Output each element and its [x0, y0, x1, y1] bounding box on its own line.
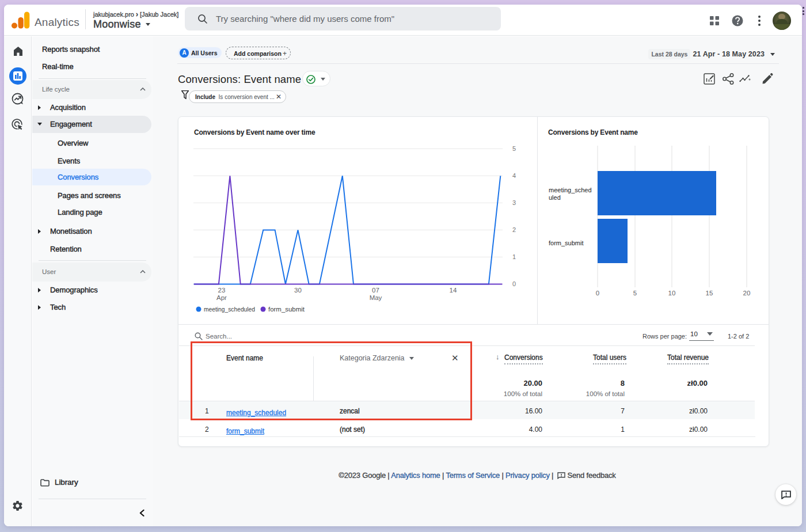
svg-text:3: 3 — [512, 199, 516, 206]
svg-text:30: 30 — [294, 287, 302, 294]
svg-text:5: 5 — [512, 145, 516, 152]
svg-text:meeting_scheduled: meeting_scheduled — [204, 306, 255, 313]
svg-text:15: 15 — [706, 290, 713, 297]
svg-text:10: 10 — [668, 290, 676, 297]
svg-text:20: 20 — [743, 290, 751, 297]
svg-text:14: 14 — [450, 287, 457, 294]
svg-text:2: 2 — [512, 226, 516, 233]
svg-text:form_submit: form_submit — [549, 240, 584, 246]
svg-text:0: 0 — [596, 290, 599, 297]
svg-text:Apr: Apr — [216, 294, 227, 301]
svg-text:1: 1 — [512, 253, 516, 260]
svg-text:meeting_sched: meeting_sched — [549, 187, 592, 193]
svg-text:form_submit: form_submit — [268, 306, 305, 313]
svg-text:23: 23 — [218, 287, 226, 294]
svg-text:May: May — [370, 294, 382, 301]
svg-text:5: 5 — [633, 290, 637, 297]
svg-text:07: 07 — [372, 287, 379, 294]
svg-text:4: 4 — [512, 172, 516, 179]
svg-text:0: 0 — [512, 280, 516, 287]
svg-text:uled: uled — [549, 194, 561, 201]
